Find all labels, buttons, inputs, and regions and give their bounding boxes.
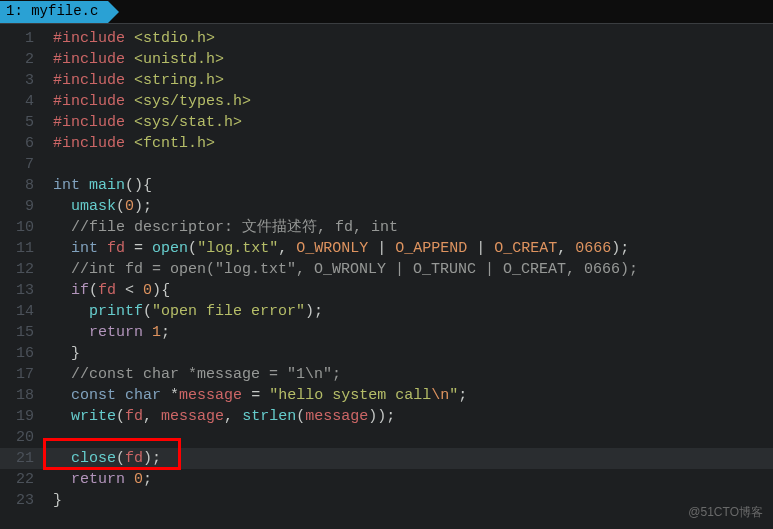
- line-number: 20: [0, 427, 44, 448]
- line-number: 13: [0, 280, 44, 301]
- code-line: 12 //int fd = open("log.txt", O_WRONLY |…: [0, 259, 773, 280]
- watermark: @51CTO博客: [688, 502, 763, 523]
- code: close(fd);: [44, 448, 773, 469]
- line-number: 2: [0, 49, 44, 70]
- code: //file descriptor: 文件描述符, fd, int: [44, 217, 773, 238]
- code-line: 10 //file descriptor: 文件描述符, fd, int: [0, 217, 773, 238]
- line-number: 6: [0, 133, 44, 154]
- code-line: 11 int fd = open("log.txt", O_WRONLY | O…: [0, 238, 773, 259]
- code-line: 3 #include <string.h>: [0, 70, 773, 91]
- code-line: 14 printf("open file error");: [0, 301, 773, 322]
- code: return 1;: [44, 322, 773, 343]
- file-tab-label: 1: myfile.c: [6, 1, 98, 22]
- code: write(fd, message, strlen(message));: [44, 406, 773, 427]
- line-number: 21: [0, 448, 44, 469]
- code-line: 5 #include <sys/stat.h>: [0, 112, 773, 133]
- code: //const char *message = "1\n";: [44, 364, 773, 385]
- code-editor[interactable]: 1 #include <stdio.h> 2 #include <unistd.…: [0, 24, 773, 511]
- line-number: 15: [0, 322, 44, 343]
- code: #include <sys/types.h>: [44, 91, 773, 112]
- code: #include <string.h>: [44, 70, 773, 91]
- line-number: 11: [0, 238, 44, 259]
- code: umask(0);: [44, 196, 773, 217]
- line-number: 23: [0, 490, 44, 511]
- code-line: 6 #include <fcntl.h>: [0, 133, 773, 154]
- code: if(fd < 0){: [44, 280, 773, 301]
- line-number: 8: [0, 175, 44, 196]
- code-line: 9 umask(0);: [0, 196, 773, 217]
- code: return 0;: [44, 469, 773, 490]
- code-line: 8 int main(){: [0, 175, 773, 196]
- code: #include <unistd.h>: [44, 49, 773, 70]
- code: }: [44, 490, 773, 511]
- line-number: 4: [0, 91, 44, 112]
- code-line: 15 return 1;: [0, 322, 773, 343]
- code-line: 4 #include <sys/types.h>: [0, 91, 773, 112]
- code-line: 22 return 0;: [0, 469, 773, 490]
- line-number: 19: [0, 406, 44, 427]
- code: //int fd = open("log.txt", O_WRONLY | O_…: [44, 259, 773, 280]
- line-number: 9: [0, 196, 44, 217]
- line-number: 16: [0, 343, 44, 364]
- file-tab[interactable]: 1: myfile.c: [0, 1, 108, 23]
- line-number: 7: [0, 154, 44, 175]
- code-line: 18 const char *message = "hello system c…: [0, 385, 773, 406]
- line-number: 14: [0, 301, 44, 322]
- code-line: 1 #include <stdio.h>: [0, 28, 773, 49]
- code: int fd = open("log.txt", O_WRONLY | O_AP…: [44, 238, 773, 259]
- code-line: 7: [0, 154, 773, 175]
- code-line: 19 write(fd, message, strlen(message));: [0, 406, 773, 427]
- code-line: 17 //const char *message = "1\n";: [0, 364, 773, 385]
- code-line: 23 }: [0, 490, 773, 511]
- line-number: 3: [0, 70, 44, 91]
- code-line: 13 if(fd < 0){: [0, 280, 773, 301]
- code: }: [44, 343, 773, 364]
- line-number: 18: [0, 385, 44, 406]
- code-line: 20: [0, 427, 773, 448]
- code-line-current: 21 close(fd);: [0, 448, 773, 469]
- code: #include <fcntl.h>: [44, 133, 773, 154]
- code-line: 2 #include <unistd.h>: [0, 49, 773, 70]
- code: #include <sys/stat.h>: [44, 112, 773, 133]
- line-number: 12: [0, 259, 44, 280]
- line-number: 1: [0, 28, 44, 49]
- code: const char *message = "hello system call…: [44, 385, 773, 406]
- code: #include <stdio.h>: [44, 28, 773, 49]
- code-line: 16 }: [0, 343, 773, 364]
- tab-bar: 1: myfile.c: [0, 0, 773, 24]
- line-number: 5: [0, 112, 44, 133]
- line-number: 17: [0, 364, 44, 385]
- line-number: 22: [0, 469, 44, 490]
- code: int main(){: [44, 175, 773, 196]
- code: printf("open file error");: [44, 301, 773, 322]
- line-number: 10: [0, 217, 44, 238]
